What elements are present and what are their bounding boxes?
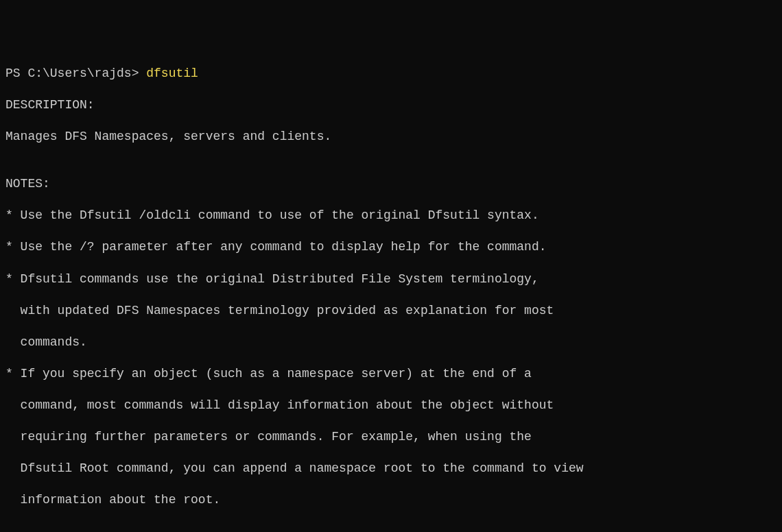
note-line: command, most commands will display info… <box>5 398 777 413</box>
note-line: * Dfsutil commands use the original Dist… <box>5 271 777 287</box>
note-line: * Use the /? parameter after any command… <box>5 239 777 255</box>
command-input[interactable]: dfsutil <box>146 66 198 80</box>
description-text: Manages DFS Namespaces, servers and clie… <box>5 129 777 145</box>
note-line: commands. <box>5 335 777 350</box>
note-line: requiring further parameters or commands… <box>5 429 777 445</box>
note-line: Dfsutil Root command, you can append a n… <box>5 461 777 476</box>
description-header: DESCRIPTION: <box>5 97 777 113</box>
note-line: * Use the Dfsutil /oldcli command to use… <box>5 208 777 223</box>
notes-header: NOTES: <box>5 176 777 192</box>
note-line: information about the root. <box>5 492 777 508</box>
note-line: with updated DFS Namespaces terminology … <box>5 303 777 319</box>
prompt: PS C:\Users\rajds> <box>5 66 146 80</box>
note-line: * If you specify an object (such as a na… <box>5 366 777 382</box>
